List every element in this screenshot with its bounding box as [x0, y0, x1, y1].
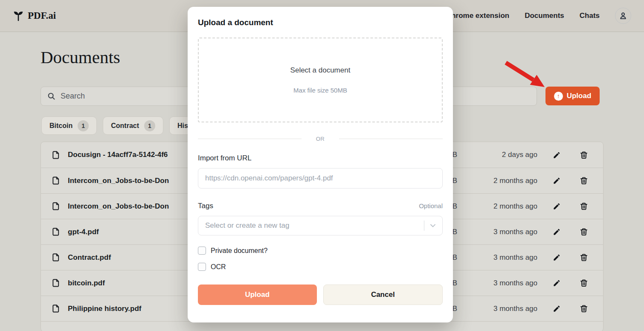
pencil-icon [553, 151, 561, 159]
file-icon [52, 151, 63, 160]
or-divider: OR [198, 136, 443, 142]
navbar-links: Chrome extension Documents Chats [446, 8, 631, 24]
file-icon [52, 279, 63, 287]
chip-label: Contract [111, 122, 139, 130]
trash-icon [580, 304, 588, 313]
upload-document-modal: Upload a document Select a document Max … [188, 7, 453, 322]
modal-cancel-button[interactable]: Cancel [323, 285, 443, 305]
search-icon [47, 92, 56, 101]
file-icon [52, 253, 63, 262]
modal-title: Upload a document [198, 18, 443, 27]
nav-chrome-extension[interactable]: Chrome extension [446, 12, 509, 20]
page-title: Documents [41, 47, 120, 67]
document-date: 3 months ago [462, 279, 539, 287]
edit-button[interactable] [544, 296, 569, 321]
file-dropzone[interactable]: Select a document Max file size 50MB [198, 38, 443, 122]
upload-button-label: Upload [567, 92, 592, 100]
ocr-checkbox-row[interactable]: OCR [198, 263, 443, 271]
tag-select[interactable]: Select or create a new tag [198, 216, 443, 235]
table-row-partial[interactable] [41, 321, 603, 331]
delete-button[interactable] [574, 219, 594, 244]
document-date: 2 days ago [462, 151, 539, 159]
document-date: 2 months ago [462, 202, 539, 211]
tags-optional-label: Optional [419, 202, 443, 209]
pencil-icon [553, 305, 561, 313]
logo-text: PDF.ai [28, 10, 56, 21]
dropzone-sublabel: Max file size 50MB [293, 87, 347, 94]
delete-button[interactable] [574, 194, 594, 219]
delete-button[interactable] [574, 245, 594, 270]
edit-button[interactable] [544, 142, 569, 168]
delete-button[interactable] [574, 142, 594, 168]
document-date: 2 months ago [462, 177, 539, 185]
file-icon [52, 202, 63, 211]
pdfai-plant-icon [13, 10, 24, 21]
upload-button[interactable]: ↑ Upload [545, 87, 600, 105]
delete-button[interactable] [574, 296, 594, 321]
upload-arrow-icon: ↑ [554, 92, 563, 101]
edit-button[interactable] [544, 194, 569, 219]
chip-label: Bitcoin [49, 122, 73, 130]
pencil-icon [553, 202, 561, 210]
filter-chip-contract[interactable]: Contract 1 [103, 116, 163, 135]
ocr-label: OCR [211, 263, 226, 271]
document-date: 3 months ago [462, 305, 539, 313]
logo[interactable]: PDF.ai [13, 10, 56, 21]
url-input[interactable] [198, 168, 443, 189]
document-date: 3 months ago [462, 228, 539, 236]
modal-upload-button[interactable]: Upload [198, 285, 317, 305]
trash-icon [580, 202, 588, 211]
edit-button[interactable] [544, 245, 569, 270]
dropzone-label: Select a document [290, 66, 351, 75]
file-icon [52, 176, 63, 185]
file-icon [52, 304, 63, 313]
ocr-checkbox[interactable] [198, 263, 206, 271]
modal-actions: Upload Cancel [198, 285, 443, 305]
tags-label: Tags [198, 202, 213, 210]
tags-row: Tags Optional [198, 202, 443, 210]
private-document-label: Private document? [211, 247, 267, 255]
chip-count-badge: 1 [78, 120, 89, 131]
document-date: 3 months ago [462, 253, 539, 262]
tag-select-placeholder: Select or create a new tag [205, 221, 424, 230]
select-divider [424, 221, 424, 231]
delete-button[interactable] [574, 168, 594, 193]
filter-chip-bitcoin[interactable]: Bitcoin 1 [41, 116, 97, 135]
edit-button[interactable] [544, 219, 569, 244]
chevron-down-icon [429, 221, 437, 230]
account-button[interactable] [615, 8, 631, 24]
trash-icon [580, 279, 588, 287]
pencil-icon [553, 279, 561, 287]
trash-icon [580, 253, 588, 262]
private-document-checkbox-row[interactable]: Private document? [198, 247, 443, 255]
file-icon [52, 227, 63, 236]
nav-documents[interactable]: Documents [525, 12, 564, 20]
chip-count-badge: 1 [144, 120, 155, 131]
pencil-icon [553, 253, 561, 261]
private-document-checkbox[interactable] [198, 247, 206, 255]
person-icon [618, 11, 628, 20]
nav-chats[interactable]: Chats [580, 12, 600, 20]
pencil-icon [553, 228, 561, 236]
trash-icon [580, 176, 588, 185]
trash-icon [580, 151, 588, 160]
pencil-icon [553, 177, 561, 185]
url-label: Import from URL [198, 154, 443, 163]
delete-button[interactable] [574, 270, 594, 296]
edit-button[interactable] [544, 168, 569, 193]
trash-icon [580, 227, 588, 236]
or-label: OR [316, 136, 325, 142]
edit-button[interactable] [544, 270, 569, 296]
